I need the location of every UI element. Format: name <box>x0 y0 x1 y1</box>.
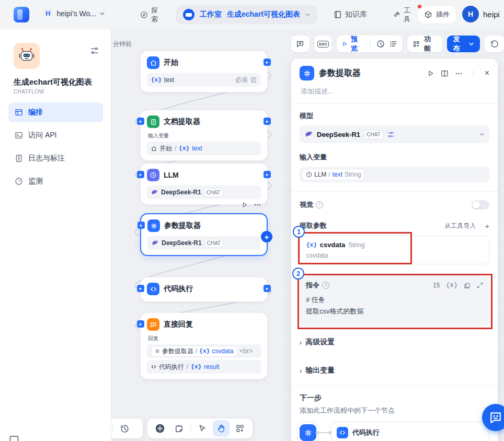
hand-tool-icon[interactable] <box>213 420 230 437</box>
reply-ref-row-2[interactable]: 代码执行 / {x} result <box>147 360 261 374</box>
env-button[interactable]: ENV <box>314 36 333 52</box>
sidebar-item-api[interactable]: 访问 API <box>8 125 103 145</box>
add-next-node-button[interactable]: + <box>261 231 272 242</box>
node-doc-extractor[interactable]: 文档提取器 输入变量 开始 / {x} text ▸ ▸ <box>140 110 268 161</box>
param-model-row[interactable]: DeepSeek-R1 CHAT <box>147 236 260 250</box>
checklist-icon[interactable] <box>389 40 397 48</box>
sidebar-item-logs[interactable]: 日志与标注 <box>8 148 103 168</box>
model-name: DeepSeek-R1 <box>161 189 201 196</box>
form-icon <box>250 77 257 83</box>
more-icon[interactable]: ⋯ <box>254 201 261 208</box>
parameter-extractor-icon <box>147 219 160 232</box>
orchestrate-icon <box>15 108 23 117</box>
vision-toggle[interactable] <box>472 200 489 210</box>
version-history-button[interactable] <box>485 36 504 52</box>
history-icon[interactable] <box>116 420 133 437</box>
code-icon <box>337 427 348 438</box>
node-handle-left[interactable]: ▸ <box>137 118 144 125</box>
insert-variable-button[interactable]: (x) <box>446 282 457 289</box>
add-node-icon[interactable] <box>152 420 168 437</box>
parameter-extractor-mini-icon <box>155 349 160 354</box>
pointer-tool-icon[interactable] <box>194 420 211 437</box>
user-name: heipi <box>483 10 500 19</box>
ref-var: text <box>333 171 342 178</box>
node-parameter-extractor[interactable]: 参数提取器 DeepSeek-R1 CHAT ▸ + <box>140 213 268 256</box>
instruction-editor[interactable]: 指令 ? 15 (x) # 任务 提取csv格式的数据 <box>300 276 489 326</box>
publish-button[interactable]: 发布 <box>447 36 480 52</box>
deepseek-icon <box>152 239 159 247</box>
parameter-extractor-icon <box>300 424 316 441</box>
node-handle-right[interactable]: ▸ <box>264 59 271 66</box>
run-node-icon[interactable] <box>427 70 434 77</box>
split-view-icon[interactable] <box>441 69 449 77</box>
nav-knowledge[interactable]: 知识库 <box>334 10 367 19</box>
gauge-icon <box>15 177 23 185</box>
copy-icon[interactable] <box>464 282 471 289</box>
nav-explore[interactable]: 探索 <box>140 6 159 24</box>
app-title: 生成echart可视化图表 <box>14 77 102 87</box>
workspace-name: heipi's Wo... <box>56 9 96 18</box>
node-direct-reply[interactable]: 直接回复 回复 参数提取器 / {x} csvdata <br> 代码执行 / … <box>140 312 268 379</box>
vision-label: 视觉 <box>300 200 313 210</box>
chevron-right-icon: › <box>300 339 302 346</box>
add-param-button[interactable]: + <box>485 222 489 230</box>
sidebar-item-orchestrate[interactable]: 编排 <box>8 102 103 122</box>
add-note-icon[interactable] <box>170 420 187 437</box>
workspace-switcher[interactable]: H heipi's Wo... <box>43 8 105 18</box>
node-start[interactable]: 开始 {x} text 必填 ▸ <box>140 51 268 92</box>
connector-line <box>318 432 329 433</box>
app-robot-icon[interactable] <box>14 43 40 69</box>
sidebar-item-monitor[interactable]: 监测 <box>8 171 103 191</box>
close-icon[interactable]: × <box>485 68 489 78</box>
start-variable-row[interactable]: {x} text 必填 <box>147 73 261 87</box>
node-handle-left[interactable]: ▸ <box>138 222 145 229</box>
input-variable-row[interactable]: LLM / text String <box>300 167 489 182</box>
separator: / <box>175 145 176 152</box>
node-handle-right[interactable]: ▸ <box>264 118 271 125</box>
nav-plugins[interactable]: 插件 <box>417 5 456 24</box>
node-handle-left[interactable]: ▸ <box>137 320 144 328</box>
more-icon[interactable]: ⋯ <box>455 69 462 77</box>
node-handle-right[interactable]: ▸ <box>264 171 271 178</box>
description-placeholder[interactable]: 添加描述... <box>301 87 489 96</box>
node-title: 文档提取器 <box>164 117 200 126</box>
nav-studio-pill[interactable]: 工作室 生成echart可视化图表 <box>176 5 317 24</box>
dify-logo[interactable] <box>14 7 29 22</box>
next-node-card[interactable]: 代码执行 <box>331 422 489 441</box>
node-code-execution[interactable]: 代码执行 ▸ ▸ <box>140 277 268 302</box>
llm-mini-icon <box>306 171 312 178</box>
node-handle-left[interactable]: ▸ <box>137 171 144 178</box>
run-node-icon[interactable] <box>242 202 248 208</box>
advanced-settings-label: 高级设置 <box>305 338 335 347</box>
app-tab[interactable]: 生成echart可视化图表 <box>227 10 300 19</box>
features-button[interactable]: 功能 <box>407 36 442 52</box>
monitor-icon[interactable] <box>9 436 19 441</box>
param-card-csvdata[interactable]: {x} csvdata String csvdata <box>300 236 489 264</box>
reply-ref-row-1[interactable]: 参数提取器 / {x} csvdata <br> <box>147 344 261 358</box>
sidebar-item-label: 日志与标注 <box>28 154 65 163</box>
output-vars-toggle[interactable]: › 输出变量 <box>300 366 489 375</box>
llm-model-row[interactable]: DeepSeek-R1 CHAT <box>147 185 261 199</box>
chat-restart-button[interactable] <box>291 36 310 52</box>
expand-icon[interactable] <box>477 282 483 288</box>
model-params-icon[interactable] <box>387 131 395 138</box>
nav-tools[interactable]: 工具 <box>393 6 412 24</box>
app-settings-icon[interactable] <box>90 46 99 55</box>
doc-variable-row[interactable]: 开始 / {x} text <box>147 142 261 155</box>
app-header: H heipi's Wo... 探索 工作室 生成echart可视化图表 知识库… <box>0 0 504 29</box>
preview-button[interactable]: 预览 <box>342 34 363 53</box>
node-llm[interactable]: LLM DeepSeek-R1 CHAT ▸ ▸ <box>140 163 268 205</box>
ref-node: LLM <box>314 171 326 178</box>
terminal-icon <box>15 131 23 140</box>
model-selector[interactable]: DeepSeek-R1 CHAT <box>300 125 489 143</box>
user-menu[interactable]: H heipi <box>462 6 500 22</box>
node-handle-right[interactable]: ▸ <box>264 285 271 292</box>
nav-tools-label: 工具 <box>404 6 412 24</box>
advanced-settings-toggle[interactable]: › 高级设置 <box>300 338 489 347</box>
run-history-icon[interactable] <box>376 40 385 48</box>
instruction-line: # 任务 <box>306 294 483 306</box>
organize-blocks-icon[interactable] <box>232 420 248 437</box>
user-avatar: H <box>462 6 479 22</box>
node-handle-left[interactable]: ▸ <box>137 285 144 292</box>
import-from-tool-button[interactable]: 从工具导入 <box>444 222 476 230</box>
